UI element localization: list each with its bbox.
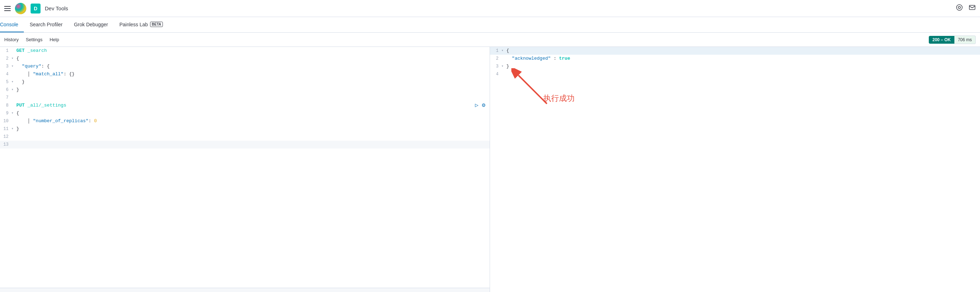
editor-line-3: 3 ▾ "query": {	[0, 62, 490, 70]
tab-grok-debugger[interactable]: Grok Debugger	[68, 17, 114, 32]
editor-line-10: 10 │ "number_of_replicas": 0	[0, 117, 490, 125]
editor-line-12: 12	[0, 133, 490, 141]
nav-tabs: Console Search Profiler Grok Debugger Pa…	[0, 17, 980, 33]
editor-line-13: 13	[0, 141, 490, 149]
mail-icon[interactable]	[969, 4, 976, 13]
settings-button[interactable]: Settings	[25, 37, 42, 42]
kibana-logo	[15, 3, 26, 14]
editor-actions: ▷ ⚙	[475, 102, 485, 110]
app-title: Dev Tools	[45, 5, 68, 11]
tab-painless-lab[interactable]: Painless Lab BETA	[114, 17, 169, 32]
app-avatar: D	[30, 3, 41, 14]
output-line-3: 3 ▾ }	[490, 62, 980, 70]
menu-icon[interactable]	[4, 6, 11, 11]
editor-line-6: 6 ▾ }	[0, 86, 490, 94]
editor-line-9: 9 ▾ {	[0, 110, 490, 117]
main-content: 1 GET _search 2 ▾ { 3 ▾ "query": { 4 │	[0, 47, 980, 292]
output-line-1: 1 ▾ {	[490, 47, 980, 55]
status-indicator: 200 – OK 706 ms	[929, 35, 976, 44]
code-editor[interactable]: 1 GET _search 2 ▾ { 3 ▾ "query": { 4 │	[0, 47, 490, 292]
help-button[interactable]: Help	[49, 37, 59, 42]
svg-point-0	[956, 5, 962, 10]
editor-line-2: 2 ▾ {	[0, 55, 490, 62]
svg-rect-1	[969, 5, 975, 10]
editor-line-11: 11 ▾ }	[0, 125, 490, 133]
run-icon[interactable]: ▷	[475, 102, 479, 110]
output-line-4: 4	[490, 70, 980, 78]
history-button[interactable]: History	[4, 37, 19, 42]
tab-console[interactable]: Console	[0, 17, 24, 32]
output-panel: 1 ▾ { 2 "acknowledged" : true 3 ▾ } 4	[490, 47, 980, 292]
toolbar: History Settings Help 200 – OK 706 ms	[0, 33, 980, 47]
editor-panel[interactable]: 1 GET _search 2 ▾ { 3 ▾ "query": { 4 │	[0, 47, 490, 292]
beta-badge: BETA	[150, 22, 163, 27]
status-code: 200 – OK	[929, 36, 954, 44]
editor-line-7: 7	[0, 94, 490, 102]
editor-line-8: 8 PUT _all/_settings ▷ ⚙	[0, 102, 490, 110]
tools-icon[interactable]: ⚙	[482, 102, 485, 110]
editor-line-4: 4 │ "match_all": {}	[0, 70, 490, 78]
response-time: 706 ms	[955, 35, 976, 44]
output-area: 1 ▾ { 2 "acknowledged" : true 3 ▾ } 4	[490, 47, 980, 292]
editor-line-1: 1 GET _search	[0, 47, 490, 55]
editor-scrollbar[interactable]	[0, 288, 490, 292]
tab-search-profiler[interactable]: Search Profiler	[24, 17, 68, 32]
editor-line-5: 5 ▾ }	[0, 78, 490, 86]
output-line-2: 2 "acknowledged" : true	[490, 55, 980, 62]
top-bar-icons	[956, 4, 976, 13]
top-bar: D Dev Tools	[0, 0, 980, 17]
shield-icon[interactable]	[956, 4, 963, 13]
